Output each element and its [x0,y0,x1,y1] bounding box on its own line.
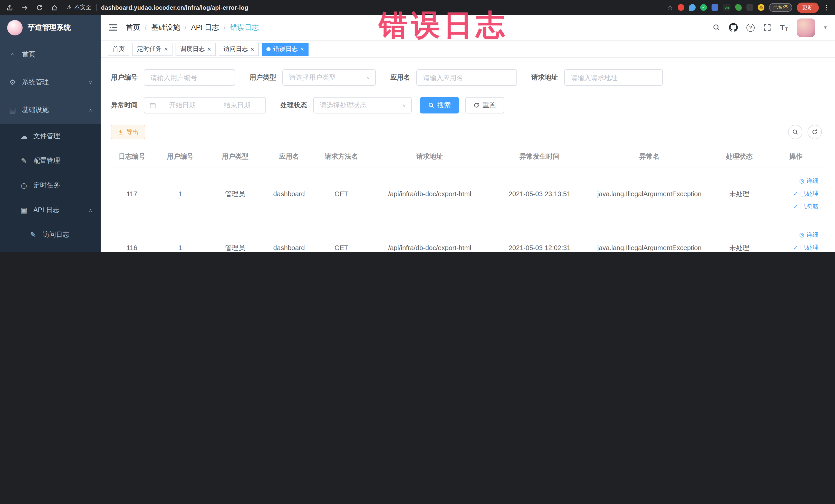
forward-icon[interactable] [20,3,29,12]
action-label: 详细 [806,228,819,241]
user-id-input[interactable] [144,69,235,86]
breadcrumb-api-log[interactable]: API 日志 [191,23,219,32]
sidebar-item-scheduled-jobs[interactable]: ◷ 定时任务 [0,173,101,198]
sidebar-item-infrastructure[interactable]: ▤ 基础设施 ∧ [0,96,101,124]
mark-processed-link[interactable]: ✓已处理 [769,241,819,252]
search-button[interactable]: 搜索 [420,97,459,114]
filter-row-2: 异常时间 开始日期 - 结束日期 处理状态 请选择处理状态 ∨ [111,97,825,114]
address-bar[interactable]: ⚠ 不安全 dashboard.yudao.iocoder.cn/infra/l… [65,4,661,11]
close-icon[interactable]: × [300,46,304,52]
cell-user-type: 管理员 [207,221,263,252]
tab-access-log[interactable]: 访问日志 × [219,42,259,56]
monitor-icon: ▤ [8,106,17,114]
col-user-type: 用户类型 [207,146,263,167]
breadcrumb-separator: / [145,24,147,31]
security-status[interactable]: ⚠ 不安全 [67,4,91,11]
search-icon[interactable] [713,24,720,31]
tab-schedule-log[interactable]: 调度日志 × [176,42,216,56]
sidebar-item-system[interactable]: ⚙ 系统管理 ∨ [0,68,101,96]
pencil-icon: ✎ [20,157,28,165]
app-name-input[interactable] [416,69,517,86]
toggle-search-button[interactable] [788,125,802,139]
sidebar-item-error-log[interactable]: ✎ 错误日志 [0,247,101,252]
tab-error-log[interactable]: 错误日志 × [262,42,308,56]
calendar-icon [149,102,156,108]
log-icon: ▣ [20,206,28,214]
extension-grid-icon[interactable] [712,4,718,11]
request-url-input[interactable] [564,69,663,86]
chevron-down-icon: ∨ [402,103,406,107]
active-dot [266,47,270,51]
tab-label: 访问日志 [223,45,248,54]
date-range-picker[interactable]: 开始日期 - 结束日期 [144,97,266,114]
extension-leaf-icon[interactable] [735,4,742,11]
process-status-select[interactable]: 请选择处理状态 ∨ [313,97,412,114]
sidebar-item-label: 系统管理 [22,78,49,87]
bookmark-star-icon[interactable]: ☆ [667,4,673,11]
sidebar-item-config-management[interactable]: ✎ 配置管理 [0,148,101,173]
filter-user-type: 用户类型 请选择用户类型 ∨ [249,69,376,86]
extension-red-icon[interactable] [678,4,684,11]
fullscreen-icon[interactable] [763,24,771,31]
home-nav-icon[interactable] [50,3,59,12]
export-button[interactable]: 导出 [111,125,145,139]
filter-request-url: 请求地址 [531,69,663,86]
page-content: 用户编号 用户类型 请选择用户类型 ∨ 应用名 请求地址 [101,58,835,252]
breadcrumb-infrastructure[interactable]: 基础设施 [151,23,180,32]
extension-smiley-icon[interactable]: ☺ [758,4,765,11]
extension-drop-icon[interactable] [689,4,696,11]
sidebar-toggle-icon[interactable] [109,24,118,31]
exception-time-label: 异常时间 [111,101,138,110]
github-icon[interactable] [729,23,738,32]
chevron-up-icon: ∧ [88,108,93,112]
close-icon[interactable]: × [250,46,254,52]
infrastructure-submenu: ☁ 文件管理 ✎ 配置管理 ◷ 定时任务 ▣ API 日志 ∧ ✎ [0,124,101,252]
mark-ignored-link[interactable]: ✓已忽略 [769,200,819,213]
gear-icon: ⚙ [8,78,17,86]
start-date-placeholder: 开始日期 [159,101,206,110]
cell-url: /api/infra/db-doc/export-html [368,167,492,221]
tab-home[interactable]: 首页 [108,42,129,56]
sidebar-item-access-log[interactable]: ✎ 访问日志 [0,222,101,247]
col-exception: 异常名 [587,146,712,167]
extension-paw-icon[interactable] [747,4,753,11]
extension-on-icon[interactable]: on [723,4,731,11]
col-method: 请求方法名 [315,146,368,167]
app-logo[interactable]: 芋道管理系统 [0,15,101,41]
cell-time: 2021-05-03 23:13:51 [492,167,587,221]
detail-link[interactable]: ◎详细 [769,175,819,187]
reset-button[interactable]: 重置 [465,97,504,114]
close-icon[interactable]: × [164,46,168,52]
sidebar-item-home[interactable]: ⌂ 首页 [0,41,101,68]
user-id-label: 用户编号 [111,73,138,82]
update-button[interactable]: 更新 [796,2,819,13]
font-size-icon[interactable]: TT [780,23,788,32]
url-text: dashboard.yudao.iocoder.cn/infra/log/api… [101,4,248,11]
sidebar-item-api-log[interactable]: ▣ API 日志 ∧ [0,198,101,222]
cell-app-name: dashboard [263,167,315,221]
action-label: 已处理 [800,187,819,200]
cell-exception: java.lang.IllegalArgumentException [587,221,712,252]
breadcrumb-home[interactable]: 首页 [126,23,140,32]
breadcrumb: 首页 / 基础设施 / API 日志 / 错误日志 [126,23,259,32]
mark-processed-link[interactable]: ✓已处理 [769,187,819,200]
paused-badge[interactable]: 已暂停 [769,3,792,12]
help-icon[interactable]: ? [747,23,755,32]
sidebar-item-file-management[interactable]: ☁ 文件管理 [0,124,101,148]
close-icon[interactable]: × [207,46,211,52]
col-log-id: 日志编号 [111,146,153,167]
tab-scheduled-jobs[interactable]: 定时任务 × [133,42,172,56]
browser-toolbar: ⚠ 不安全 dashboard.yudao.iocoder.cn/infra/l… [0,0,835,15]
cell-method: GET [315,221,368,252]
chevron-down-icon: ∨ [88,80,93,84]
detail-link[interactable]: ◎详细 [769,228,819,241]
avatar[interactable] [797,18,815,37]
user-type-select[interactable]: 请选择用户类型 ∨ [282,69,376,86]
reload-icon[interactable] [35,3,44,12]
browser-menu-icon[interactable]: ⋮ [823,4,830,11]
app-name-label: 应用名 [390,73,410,82]
share-icon[interactable] [5,3,14,12]
refresh-button[interactable] [807,125,822,139]
avatar-caret-icon[interactable]: ▾ [824,24,827,31]
extension-green-icon[interactable]: ✓ [700,4,707,11]
